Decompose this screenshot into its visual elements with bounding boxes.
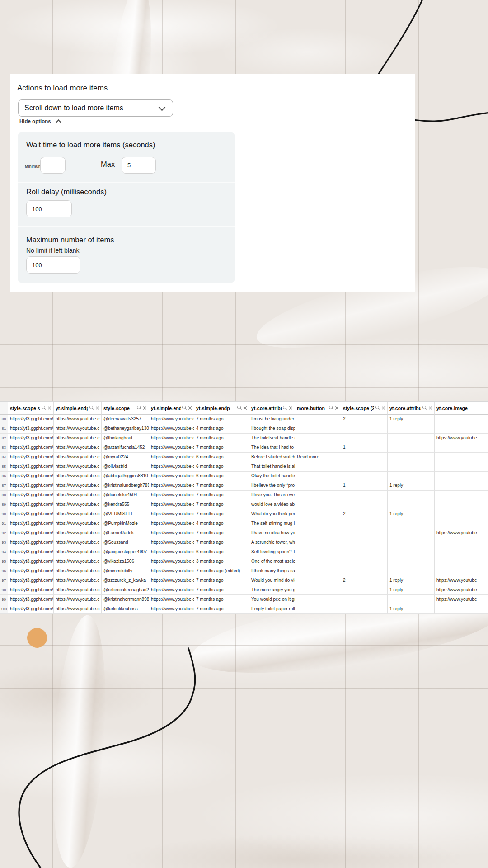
clear-icon[interactable]: [428, 406, 432, 410]
cell[interactable]: 7 months ago: [194, 538, 249, 547]
cell[interactable]: [341, 538, 388, 547]
cell[interactable]: Self leveling spoon? Tv: [249, 547, 295, 557]
cell[interactable]: @VERMISELL: [102, 509, 149, 519]
cell[interactable]: [295, 528, 341, 538]
cell[interactable]: https://yt3.ggpht.com/: [8, 415, 54, 424]
cell[interactable]: https://www.youtube: [435, 585, 488, 595]
cell[interactable]: [388, 491, 435, 500]
cell[interactable]: 6 months ago: [194, 547, 249, 557]
cell[interactable]: https://www.youtube.c: [149, 472, 194, 481]
cell[interactable]: https://www.youtube.c: [54, 509, 102, 519]
clear-icon[interactable]: [47, 406, 52, 410]
cell[interactable]: https://yt3.ggpht.com/: [8, 557, 54, 566]
cell[interactable]: https://yt3.ggpht.com/: [8, 509, 54, 519]
cell[interactable]: [295, 566, 341, 576]
cell[interactable]: Before I started watchi: [249, 453, 295, 462]
cell[interactable]: [295, 481, 341, 491]
cell[interactable]: https://yt3.ggpht.com/: [8, 566, 54, 576]
cell[interactable]: I believe the only *prob: [249, 481, 295, 491]
cell[interactable]: @PumpkinMozie: [102, 519, 149, 528]
cell[interactable]: 7 months ago: [194, 509, 249, 519]
cell[interactable]: https://www.youtube.c: [149, 500, 194, 509]
cell[interactable]: @LarnieRadek: [102, 528, 149, 538]
cell[interactable]: https://www.youtube.c: [149, 528, 194, 538]
column-header[interactable]: yt-core-attribu: [388, 402, 435, 415]
cell[interactable]: @bethaneygaribay130: [102, 424, 149, 434]
cell[interactable]: 7 months ago: [194, 528, 249, 538]
cell[interactable]: @jacquieskipper4907: [102, 547, 149, 557]
hide-options-toggle[interactable]: Hide options: [19, 118, 61, 124]
cell[interactable]: 6 months ago: [194, 453, 249, 462]
cell[interactable]: 1 reply: [388, 604, 435, 614]
clear-icon[interactable]: [289, 406, 293, 410]
cell[interactable]: 7 months ago: [194, 415, 249, 424]
cell[interactable]: [295, 500, 341, 509]
cell[interactable]: https://www.youtube.c: [54, 415, 102, 424]
cell[interactable]: [295, 434, 341, 443]
wait-min-input[interactable]: [40, 157, 66, 174]
cell[interactable]: @vikaziza1506: [102, 557, 149, 566]
cell[interactable]: 7 months ago: [194, 434, 249, 443]
cell[interactable]: @arzanifuchsia1452: [102, 443, 149, 453]
column-header[interactable]: yt-simple-endp: [194, 402, 249, 415]
cell[interactable]: https://www.youtube.c: [54, 519, 102, 528]
cell[interactable]: https://www.youtube.c: [149, 491, 194, 500]
cell[interactable]: https://www.youtube.c: [149, 415, 194, 424]
cell[interactable]: @kendra555: [102, 500, 149, 509]
search-icon[interactable]: [137, 406, 141, 410]
clear-icon[interactable]: [381, 406, 385, 410]
cell[interactable]: https://www.youtube: [435, 576, 488, 585]
cell[interactable]: Okay the toilet handle: [249, 472, 295, 481]
cell[interactable]: [295, 538, 341, 547]
cell[interactable]: [435, 415, 488, 424]
cell[interactable]: [435, 566, 488, 576]
cell[interactable]: https://www.youtube.c: [149, 557, 194, 566]
cell[interactable]: [295, 472, 341, 481]
cell[interactable]: @deenawatts3257: [102, 415, 149, 424]
cell[interactable]: https://yt3.ggpht.com/: [8, 462, 54, 472]
cell[interactable]: https://www.youtube.c: [149, 443, 194, 453]
clear-icon[interactable]: [335, 406, 339, 410]
cell[interactable]: [435, 500, 488, 509]
cell[interactable]: [435, 509, 488, 519]
cell[interactable]: [341, 604, 388, 614]
cell[interactable]: [295, 557, 341, 566]
cell[interactable]: @dianekiko4504: [102, 491, 149, 500]
cell[interactable]: @lurkinlikeaboss: [102, 604, 149, 614]
cell[interactable]: https://www.youtube.c: [54, 491, 102, 500]
cell[interactable]: 2: [341, 576, 388, 585]
cell[interactable]: https://www.youtube.c: [54, 566, 102, 576]
cell[interactable]: 1 reply: [388, 585, 435, 595]
cell[interactable]: 1 reply: [388, 415, 435, 424]
cell[interactable]: https://www.youtube: [435, 434, 488, 443]
cell[interactable]: https://yt3.ggpht.com/: [8, 434, 54, 443]
roll-delay-input[interactable]: 100: [26, 200, 72, 217]
cell[interactable]: [295, 415, 341, 424]
cell[interactable]: @Soussand: [102, 538, 149, 547]
cell[interactable]: https://www.youtube.c: [54, 528, 102, 538]
cell[interactable]: https://yt3.ggpht.com/: [8, 491, 54, 500]
cell[interactable]: would love a video abo: [249, 500, 295, 509]
clear-icon[interactable]: [143, 406, 147, 410]
cell[interactable]: https://www.youtube.c: [54, 500, 102, 509]
cell[interactable]: 7 months ago: [194, 585, 249, 595]
cell[interactable]: [295, 424, 341, 434]
cell[interactable]: https://yt3.ggpht.com/: [8, 443, 54, 453]
column-header[interactable]: yt-simple-endp: [54, 402, 102, 415]
cell[interactable]: [295, 519, 341, 528]
cell[interactable]: [295, 462, 341, 472]
cell[interactable]: @abbigailhiggins8810: [102, 472, 149, 481]
cell[interactable]: https://www.youtube.c: [149, 576, 194, 585]
cell[interactable]: https://yt3.ggpht.com/: [8, 547, 54, 557]
cell[interactable]: [295, 509, 341, 519]
cell[interactable]: [341, 500, 388, 509]
cell[interactable]: Empty toilet paper roll,: [249, 604, 295, 614]
cell[interactable]: https://www.youtube: [435, 595, 488, 604]
cell[interactable]: What do you think peo: [249, 509, 295, 519]
cell[interactable]: https://yt3.ggpht.com/: [8, 528, 54, 538]
cell[interactable]: [435, 472, 488, 481]
cell[interactable]: [388, 519, 435, 528]
cell[interactable]: [388, 557, 435, 566]
cell[interactable]: https://www.youtube.c: [54, 462, 102, 472]
cell[interactable]: [435, 519, 488, 528]
